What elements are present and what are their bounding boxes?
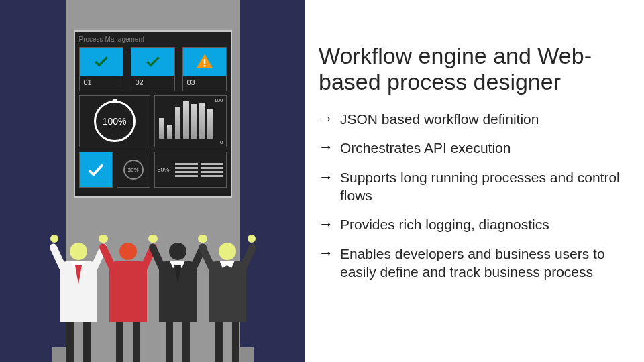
bullet-item: → JSON based workflow definition [319,110,631,128]
bullet-item: → Orchestrates API execution [319,139,631,157]
warning-icon [183,48,226,76]
server-rack: Process Management 01 → 02 → [52,0,254,362]
person-1 [55,243,102,362]
chart-y-min: 0 [220,139,223,145]
torso [109,261,147,322]
arrow-right-icon: → [319,245,333,262]
process-tile-1: 01 [79,47,123,91]
list-lines-icon [201,163,223,177]
torso [159,261,197,322]
chart-bar [207,109,213,139]
chart-bar [159,118,164,139]
bullet-text: Provides rich logging, diagnostics [340,215,549,233]
head-icon [169,243,186,260]
list-pct: 50% [158,166,170,173]
chart-bar [183,101,189,139]
list-lines-icon [175,163,198,177]
mini-gauge-value: 30% [123,160,144,180]
list-widget: 50% [154,152,227,188]
arrow-right-icon: → [319,168,333,186]
chart-y-max: 100 [214,97,223,103]
torso [60,261,97,322]
check-icon [131,48,174,76]
gauge-value: 100% [94,101,136,142]
tile-3-label: 03 [183,76,226,89]
chart-bar [175,107,180,139]
bullet-text: Enables developers and business users to… [340,245,631,282]
bullet-item: → Supports long running processes and co… [319,168,631,205]
person-2 [105,243,152,362]
mini-gauge-widget: 30% [117,152,150,188]
dashboard-title: Process Management [79,36,227,43]
arrow-right-icon: → [319,215,333,233]
status-ok-widget [79,152,113,188]
tile-1-label: 01 [80,76,123,89]
arrow-right-icon: → [319,110,333,127]
bar-chart-widget: 100 0 [154,95,227,147]
bullet-text: Orchestrates API execution [340,139,511,157]
svg-rect-0 [203,59,205,64]
person-4 [204,243,251,362]
dashboard-screen: Process Management 01 → 02 → [74,30,232,198]
bullet-text: JSON based workflow definition [340,110,539,128]
metrics-row: 100% 100 0 [79,95,227,147]
content-panel: Workflow engine and Web-based process de… [305,0,644,362]
head-icon [119,243,137,260]
illustration-panel: Process Management 01 → 02 → [0,0,305,362]
head-icon [70,243,87,260]
head-icon [219,243,236,260]
people-illustration [52,208,254,362]
chart-bar [191,104,197,139]
check-icon [80,152,112,187]
chart-bar [167,125,172,139]
process-tile-2: 02 [131,47,175,91]
svg-rect-1 [203,65,205,67]
bullet-text: Supports long running processes and cont… [340,168,631,205]
gauge-widget: 100% [79,95,150,147]
torso [209,261,246,322]
process-tile-3: 03 [182,47,227,91]
bullet-item: → Provides rich logging, diagnostics [319,215,631,233]
process-tiles: 01 → 02 → [79,47,227,91]
summary-row: 30% 50% [79,152,227,188]
bullet-item: → Enables developers and business users … [319,245,631,282]
person-3 [154,243,201,362]
page-title: Workflow engine and Web-based process de… [319,43,631,95]
tile-2-label: 02 [131,76,174,89]
chart-bar [199,103,205,139]
arrow-right-icon: → [319,139,333,156]
check-icon [80,48,123,76]
